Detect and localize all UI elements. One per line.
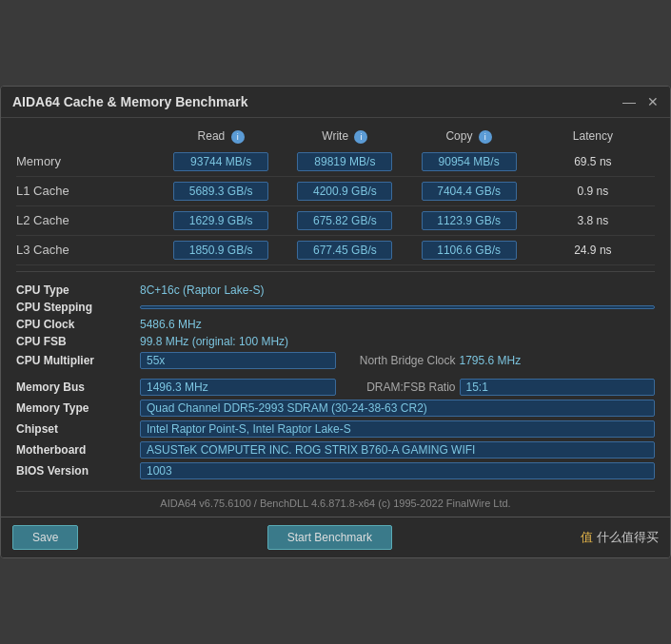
write-cell: 89819 MB/s [283,152,406,171]
latency-cell: 0.9 ns [531,185,655,198]
memory-bus-row: Memory Bus 1496.3 MHz DRAM:FSB Ratio 15:… [16,377,655,398]
cpu-fsb-row: CPU FSB 99.8 MHz (original: 100 MHz) [16,333,655,350]
copy-info-icon[interactable]: i [479,130,492,144]
read-value: 5689.3 GB/s [173,182,268,201]
row-label: Memory [16,154,159,168]
cpu-stepping-value [140,305,655,309]
read-value: 1629.9 GB/s [173,211,268,230]
read-value: 93744 MB/s [173,152,268,171]
motherboard-label: Motherboard [16,443,140,457]
dram-fsb-label: DRAM:FSB Ratio [336,381,460,394]
save-button[interactable]: Save [12,525,78,550]
memory-type-value: Quad Channel DDR5-2993 SDRAM (30-24-38-6… [140,400,655,417]
bench-header: Read i Write i Copy i Latency [16,126,655,147]
copy-value: 7404.4 GB/s [422,182,517,201]
chipset-row: Chipset Intel Raptor Point-S, Intel Rapt… [16,419,655,439]
cpu-stepping-label: CPU Stepping [16,301,140,314]
cpu-type-label: CPU Type [16,283,140,297]
copy-cell: 1123.9 GB/s [407,211,531,230]
info-section: CPU Type 8C+16c (Raptor Lake-S) CPU Step… [16,278,655,485]
cpu-clock-value: 5486.6 MHz [140,318,655,331]
copy-header: Copy i [407,129,531,144]
memory-bus-value: 1496.3 MHz [140,379,336,396]
cpu-stepping-row: CPU Stepping [16,299,655,316]
logo-text: 什么值得买 [597,530,659,544]
bench-rows: Memory 93744 MB/s 89819 MB/s 90954 MB/s … [16,147,655,265]
copy-value: 1106.6 GB/s [422,241,517,260]
bottom-logo: 值 什么值得买 [581,529,659,546]
read-cell: 5689.3 GB/s [159,182,283,201]
cpu-multiplier-row: CPU Multiplier 55x North Bridge Clock 17… [16,350,655,371]
cpu-clock-label: CPU Clock [16,318,140,331]
motherboard-value: ASUSTeK COMPUTER INC. ROG STRIX B760-A G… [140,441,655,459]
bottom-bar: Save Start Benchmark 值 什么值得买 [1,517,670,557]
latency-value: 69.5 ns [574,155,611,168]
main-content: Read i Write i Copy i Latency Memory 937… [1,118,670,517]
cpu-fsb-label: CPU FSB [16,335,140,348]
memory-type-label: Memory Type [16,401,140,415]
titlebar: AIDA64 Cache & Memory Benchmark — ✕ [1,87,670,118]
copy-value: 90954 MB/s [422,152,517,171]
write-cell: 675.82 GB/s [283,211,406,230]
north-bridge-value: 1795.6 MHz [460,354,656,367]
minimize-button[interactable]: — [622,94,636,109]
copy-cell: 7404.4 GB/s [407,182,531,201]
cpu-multiplier-value: 55x [140,352,336,369]
latency-cell: 69.5 ns [531,155,655,168]
bios-label: BIOS Version [16,464,140,478]
table-row: L2 Cache 1629.9 GB/s 675.82 GB/s 1123.9 … [16,206,655,236]
window-controls: — ✕ [622,94,659,109]
bios-value: 1003 [140,462,655,479]
cpu-multiplier-label: CPU Multiplier [16,354,140,367]
write-cell: 4200.9 GB/s [283,182,406,201]
chipset-label: Chipset [16,422,140,436]
cpu-type-value: 8C+16c (Raptor Lake-S) [140,283,655,297]
memory-type-row: Memory Type Quad Channel DDR5-2993 SDRAM… [16,398,655,419]
read-cell: 93744 MB/s [159,152,283,171]
bios-row: BIOS Version 1003 [16,460,655,481]
dram-fsb-value: 15:1 [460,379,656,396]
read-header: Read i [159,129,283,144]
latency-value: 0.9 ns [578,185,609,198]
table-row: Memory 93744 MB/s 89819 MB/s 90954 MB/s … [16,147,655,177]
latency-value: 24.9 ns [574,244,611,257]
header-empty [16,129,159,144]
latency-header: Latency [531,129,655,144]
motherboard-row: Motherboard ASUSTeK COMPUTER INC. ROG ST… [16,439,655,460]
row-label: L2 Cache [16,213,159,227]
start-benchmark-button[interactable]: Start Benchmark [267,525,392,550]
latency-cell: 24.9 ns [531,244,655,257]
table-row: L1 Cache 5689.3 GB/s 4200.9 GB/s 7404.4 … [16,177,655,206]
copy-value: 1123.9 GB/s [422,211,517,230]
footer-text: AIDA64 v6.75.6100 / BenchDLL 4.6.871.8-x… [16,491,655,513]
write-value: 677.45 GB/s [297,241,392,260]
write-value: 89819 MB/s [297,152,392,171]
cpu-clock-row: CPU Clock 5486.6 MHz [16,316,655,333]
write-cell: 677.45 GB/s [283,241,406,260]
main-window: AIDA64 Cache & Memory Benchmark — ✕ Read… [0,86,671,558]
row-label: L3 Cache [16,243,159,257]
window-title: AIDA64 Cache & Memory Benchmark [12,94,247,109]
write-info-icon[interactable]: i [354,130,367,144]
copy-cell: 90954 MB/s [407,152,531,171]
write-value: 4200.9 GB/s [297,182,392,201]
latency-cell: 3.8 ns [531,214,655,227]
copy-cell: 1106.6 GB/s [407,241,531,260]
north-bridge-label: North Bridge Clock [336,354,460,367]
logo-icon: 值 [581,530,593,544]
read-cell: 1850.9 GB/s [159,241,283,260]
latency-value: 3.8 ns [578,214,609,227]
chipset-value: Intel Raptor Point-S, Intel Raptor Lake-… [140,420,655,438]
cpu-fsb-value: 99.8 MHz (original: 100 MHz) [140,335,655,348]
table-row: L3 Cache 1850.9 GB/s 677.45 GB/s 1106.6 … [16,236,655,265]
cpu-type-row: CPU Type 8C+16c (Raptor Lake-S) [16,282,655,299]
close-button[interactable]: ✕ [647,94,659,109]
read-cell: 1629.9 GB/s [159,211,283,230]
write-header: Write i [283,129,406,144]
memory-bus-label: Memory Bus [16,381,140,394]
read-info-icon[interactable]: i [231,130,245,144]
row-label: L1 Cache [16,184,159,198]
read-value: 1850.9 GB/s [173,241,268,260]
write-value: 675.82 GB/s [297,211,392,230]
